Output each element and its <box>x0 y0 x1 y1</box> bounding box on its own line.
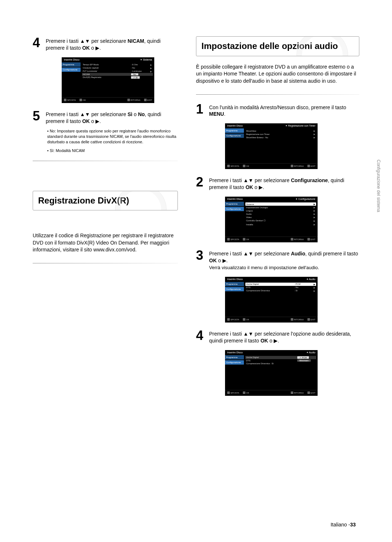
section-title-divx: Registrazione DivX(R) <box>33 191 178 210</box>
divider <box>33 263 178 263</box>
osd-screenshot-timer: Inserire Disco ✦ Registrazione con Timer… <box>225 123 318 169</box>
left-step-5: 5 Premere i tasti ▲▼ per selezionare Sì … <box>33 110 178 125</box>
osd-tab-config: Configurazione <box>62 67 81 72</box>
osd-tab-programma: Programma <box>225 282 244 286</box>
osd-screenshot-config: Inserire Disco ✦ Configurazione Programm… <box>225 197 318 242</box>
right-step-4: 4 Premere i tasti ▲▼ per selezionare l'o… <box>196 329 359 344</box>
osd-tab-config: Configurazione <box>225 360 244 365</box>
left-step-4: 4 Premere i tasti ▲▼ per selezionare NIC… <box>33 36 178 52</box>
right-step-3: 3 Premere i tasti ▲▼ per selezionare Aud… <box>196 249 359 271</box>
osd-screenshot-nicam: Inserire Disco ✦ Sistema Programma Confi… <box>62 57 154 103</box>
intro-audio: È possibile collegare il registratore DV… <box>196 63 359 85</box>
section-title-audio: Impostazione delle opzioni audio <box>196 36 359 56</box>
osd-tab-config: Configurazione <box>225 134 244 138</box>
osd-screenshot-audio: Inserire Disco ✦ Audio Programma Configu… <box>225 277 318 323</box>
divider <box>196 94 359 95</box>
step-number: 4 <box>196 329 206 344</box>
step-text: Premere i tasti ▲▼ per selezionare Confi… <box>209 176 359 191</box>
osd-tab-config: Configurazione <box>225 287 244 291</box>
step-number: 5 <box>33 110 43 125</box>
osd-screenshot-audio-option: Inserire Disco ✦ Audio Programma Configu… <box>225 350 318 396</box>
paragraph-divx: Utilizzare il codice di Registrazione pe… <box>33 232 178 254</box>
bullet-list: • No: Impostare questa opzione solo per … <box>47 128 178 154</box>
step-number: 4 <box>33 36 43 52</box>
step-text: Con l'unità in modalità Arresto/Nessun d… <box>209 103 359 118</box>
osd-tab-programma: Programma <box>225 355 244 360</box>
divider <box>33 161 178 161</box>
osd-tab-programma: Programma <box>225 202 244 206</box>
side-tab: Configurazione del sistema <box>376 160 381 212</box>
step-text: Premere i tasti ▲▼ per selezionare Sì o … <box>46 110 178 125</box>
step-text: Premere i tasti ▲▼ per selezionare Audio… <box>209 249 359 271</box>
step-number: 1 <box>196 103 206 118</box>
osd-tab-programma: Programma <box>225 128 244 133</box>
osd-tab-config: Configurazione <box>225 207 244 211</box>
right-step-2: 2 Premere i tasti ▲▼ per selezionare Con… <box>196 176 359 191</box>
page-footer: Italiano -33 <box>331 522 356 527</box>
step-number: 3 <box>196 249 206 271</box>
osd-tab-programma: Programma <box>62 62 81 67</box>
step-text: Premere i tasti ▲▼ per selezionare l'opz… <box>209 329 359 344</box>
step-number: 2 <box>196 176 206 191</box>
right-step-1: 1 Con l'unità in modalità Arresto/Nessun… <box>196 103 359 118</box>
step-text: Premere i tasti ▲▼ per selezionare NICAM… <box>46 36 178 52</box>
